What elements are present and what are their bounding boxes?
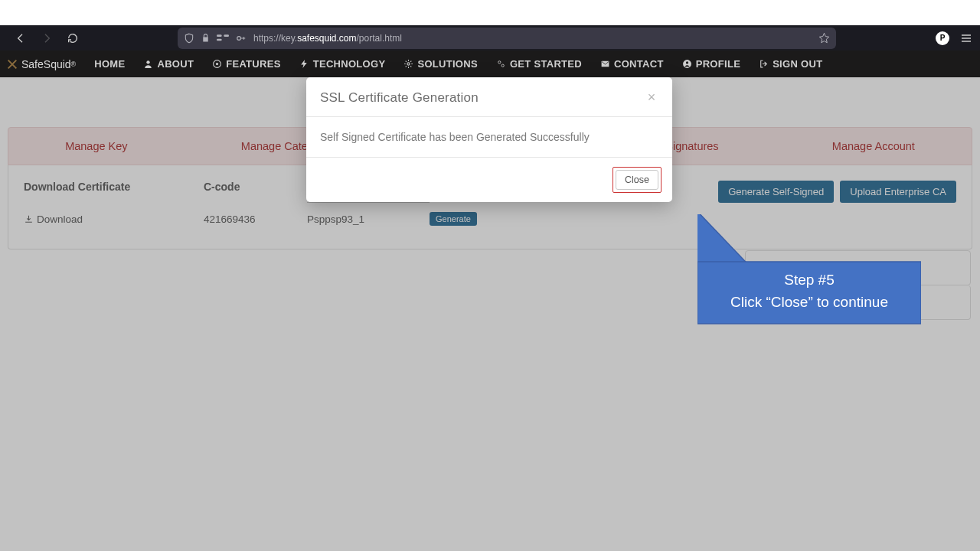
svg-point-8 bbox=[498, 61, 501, 64]
nav-technology[interactable]: TECHNOLOGY bbox=[299, 58, 386, 70]
modal-close-x[interactable]: × bbox=[645, 90, 658, 106]
gear-icon bbox=[403, 59, 413, 69]
svg-point-12 bbox=[686, 61, 688, 64]
callout-line2: Click “Close” to continue bbox=[697, 292, 921, 314]
key-icon bbox=[235, 33, 247, 44]
signout-icon bbox=[759, 59, 769, 69]
address-bar[interactable]: https://key.safesquid.com/portal.html bbox=[178, 28, 836, 49]
svg-rect-2 bbox=[224, 34, 229, 37]
modal-title: SSL Certificate Generation bbox=[320, 90, 645, 106]
bolt-icon bbox=[299, 59, 309, 69]
nav-solutions[interactable]: SOLUTIONS bbox=[403, 58, 478, 70]
user-circle-icon bbox=[682, 59, 692, 69]
shield-icon bbox=[184, 33, 194, 44]
nav-contact[interactable]: CONTACT bbox=[600, 58, 664, 70]
lock-icon bbox=[201, 33, 211, 43]
svg-point-7 bbox=[407, 63, 410, 65]
site-navbar: SafeSquid® HOME ABOUT FEATURES TECHNOLOG… bbox=[0, 51, 980, 77]
hamburger-menu-icon[interactable] bbox=[960, 32, 972, 44]
window-titlebar bbox=[0, 0, 980, 25]
modal-body-text: Self Signed Certificate has been Generat… bbox=[306, 117, 672, 158]
nav-profile[interactable]: PROFILE bbox=[682, 58, 740, 70]
brand-logo[interactable]: SafeSquid® bbox=[6, 58, 76, 70]
nav-getstarted[interactable]: GET STARTED bbox=[496, 58, 582, 70]
target-icon bbox=[212, 59, 222, 69]
user-icon bbox=[143, 59, 153, 69]
url-text: https://key.safesquid.com/portal.html bbox=[253, 33, 818, 44]
svg-point-6 bbox=[216, 63, 218, 65]
step-callout: Step #5 Click “Close” to continue bbox=[697, 214, 921, 337]
ssl-modal: SSL Certificate Generation × Self Signed… bbox=[306, 77, 672, 202]
svg-rect-0 bbox=[217, 34, 222, 37]
svg-point-3 bbox=[237, 36, 241, 40]
nav-signout[interactable]: SIGN OUT bbox=[759, 58, 822, 70]
gears-icon bbox=[496, 59, 506, 69]
modal-close-button[interactable]: Close bbox=[616, 170, 658, 190]
callout-line1: Step #5 bbox=[697, 269, 921, 292]
nav-home[interactable]: HOME bbox=[94, 58, 125, 70]
brand-icon bbox=[6, 58, 18, 70]
reload-button[interactable] bbox=[63, 28, 83, 48]
svg-point-4 bbox=[147, 60, 150, 64]
svg-rect-10 bbox=[602, 61, 609, 67]
envelope-icon bbox=[600, 59, 610, 69]
back-button[interactable] bbox=[11, 28, 31, 48]
page-body: Manage Key Manage Categories placeholder… bbox=[0, 77, 980, 551]
permissions-icon bbox=[217, 33, 229, 44]
nav-features[interactable]: FEATURES bbox=[212, 58, 281, 70]
svg-point-9 bbox=[501, 64, 504, 67]
bookmark-star-icon[interactable] bbox=[818, 32, 830, 44]
svg-rect-1 bbox=[217, 38, 222, 41]
browser-toolbar: https://key.safesquid.com/portal.html P bbox=[0, 25, 980, 51]
forward-button[interactable] bbox=[37, 28, 57, 48]
annotation-highlight: Close bbox=[612, 167, 662, 193]
nav-about[interactable]: ABOUT bbox=[143, 58, 194, 70]
profile-avatar[interactable]: P bbox=[936, 31, 949, 45]
